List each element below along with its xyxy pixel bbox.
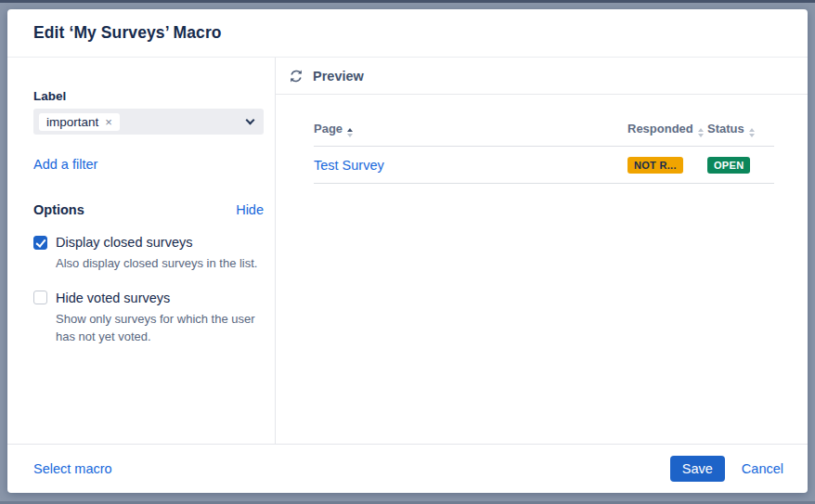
dialog-header: Edit ‘My Surveys’ Macro <box>7 9 808 58</box>
option-display-closed: Display closed surveys Also display clos… <box>33 235 264 273</box>
footer-actions: Save Cancel <box>670 456 783 482</box>
checkbox-description: Show only surveys for which the user has… <box>56 310 258 346</box>
cancel-link[interactable]: Cancel <box>742 461 783 476</box>
options-heading: Options <box>33 202 84 217</box>
label-field-label: Label <box>33 89 264 103</box>
select-macro-link[interactable]: Select macro <box>33 461 112 476</box>
table-header-row: Page Responded Status <box>314 122 774 147</box>
preview-header: Preview <box>276 58 808 95</box>
column-header-status[interactable]: Status <box>707 122 774 147</box>
remove-tag-icon[interactable]: × <box>105 116 112 128</box>
column-header-page[interactable]: Page <box>314 122 627 147</box>
preview-title: Preview <box>313 69 364 84</box>
table-row: Test Survey NOT R... OPEN <box>314 147 774 184</box>
preview-panel: Preview Page Responded Status <box>275 58 808 444</box>
parameters-panel: Label important × Add a filter Options H… <box>7 58 275 444</box>
surveys-table: Page Responded Status Test Surv <box>314 122 774 184</box>
checkbox-hide-voted-surveys[interactable] <box>33 291 47 304</box>
sort-ascending-icon <box>347 128 353 137</box>
checkbox-display-closed-surveys[interactable] <box>33 236 47 250</box>
dialog-footer: Select macro Save Cancel <box>7 444 808 493</box>
survey-page-link[interactable]: Test Survey <box>314 158 384 173</box>
add-filter-link[interactable]: Add a filter <box>33 157 97 172</box>
status-badge: OPEN <box>707 157 750 174</box>
refresh-icon[interactable] <box>289 69 304 84</box>
label-tag-text: important <box>46 115 98 129</box>
hide-options-link[interactable]: Hide <box>236 202 264 217</box>
dialog-title: Edit ‘My Surveys’ Macro <box>33 23 222 43</box>
checkbox-label[interactable]: Hide voted surveys <box>56 291 170 305</box>
dialog-body: Label important × Add a filter Options H… <box>7 58 808 444</box>
sort-icon <box>749 128 755 137</box>
chevron-down-icon <box>246 115 255 124</box>
responded-badge: NOT R... <box>627 157 683 174</box>
sort-icon <box>698 128 704 137</box>
preview-body: Page Responded Status Test Surv <box>276 95 808 184</box>
option-hide-voted: Hide voted surveys Show only surveys for… <box>33 291 264 346</box>
save-button[interactable]: Save <box>670 456 725 482</box>
macro-edit-dialog: Edit ‘My Surveys’ Macro Label important … <box>7 9 808 493</box>
checkbox-label[interactable]: Display closed surveys <box>56 235 192 250</box>
label-tag-chip: important × <box>39 113 120 131</box>
options-row: Options Hide <box>33 202 264 217</box>
label-select[interactable]: important × <box>33 109 264 135</box>
checkbox-description: Also display closed surveys in the list. <box>56 254 258 273</box>
column-header-responded[interactable]: Responded <box>627 122 707 147</box>
